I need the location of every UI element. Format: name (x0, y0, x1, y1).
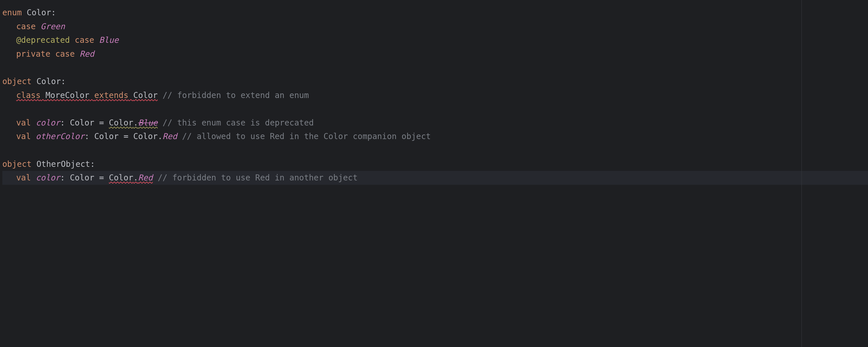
code-line[interactable]: case Green (2, 20, 868, 34)
colon: : (90, 159, 95, 169)
keyword-case: case (55, 49, 75, 59)
colon: : (51, 8, 56, 18)
code-line-blank[interactable] (2, 144, 868, 157)
type-name: Color (70, 118, 94, 128)
annotation-deprecated: @deprecated (16, 35, 70, 45)
colon: : (85, 132, 89, 141)
keyword-object: object (2, 76, 32, 86)
enum-member-error: Red (138, 173, 153, 183)
enum-case: Green (40, 22, 65, 31)
qualifier: Color (133, 132, 158, 141)
code-line[interactable]: object OtherObject: (2, 157, 868, 171)
code-line[interactable]: val color: Color = Color.Blue // this en… (2, 116, 868, 130)
type-name: Color (94, 132, 119, 141)
keyword-val: val (16, 118, 31, 128)
type-name: Color (27, 8, 51, 18)
code-line[interactable]: enum Color: (2, 6, 868, 20)
keyword-class: class (16, 91, 40, 100)
keyword-val: val (16, 132, 31, 141)
keyword-extends: extends (94, 91, 128, 100)
keyword-val: val (16, 173, 31, 183)
comment: // allowed to use Red in the Color compa… (182, 132, 431, 141)
keyword-enum: enum (2, 8, 22, 18)
comment: // forbidden to extend an enum (163, 91, 309, 100)
dot: . (158, 132, 163, 141)
keyword-case: case (16, 22, 36, 31)
enum-case: Blue (99, 35, 119, 45)
keyword-object: object (2, 159, 32, 169)
code-editor[interactable]: enum Color: case Green @deprecated case … (0, 0, 868, 347)
deprecated-member: Blue (138, 118, 157, 128)
code-line[interactable]: val otherColor: Color = Color.Red // all… (2, 130, 868, 144)
qualifier: Color (109, 118, 133, 128)
val-name: otherColor (36, 132, 85, 141)
keyword-private: private (16, 49, 50, 59)
code-line-current[interactable]: val color: Color = Color.Red // forbidde… (2, 171, 868, 185)
val-name: color (36, 173, 60, 183)
comment: // forbidden to use Red in another objec… (158, 173, 358, 183)
val-name: color (36, 118, 60, 128)
base-type: Color (133, 91, 158, 100)
code-line-blank[interactable] (2, 102, 868, 116)
dot: . (133, 118, 138, 128)
code-line[interactable]: object Color: (2, 74, 868, 89)
type-name: Color (70, 173, 94, 183)
comment: // this enum case is deprecated (163, 118, 314, 128)
code-line[interactable]: private case Red (2, 47, 868, 61)
code-line-blank[interactable] (2, 61, 868, 74)
colon: : (61, 76, 66, 86)
enum-member: Red (163, 132, 177, 141)
qualifier: Color (109, 173, 133, 183)
type-name: OtherObject (36, 159, 90, 169)
colon: : (60, 173, 65, 183)
equals: = (124, 132, 128, 141)
code-line[interactable]: class MoreColor extends Color // forbidd… (2, 89, 868, 102)
equals: = (99, 173, 104, 183)
type-name: Color (36, 76, 61, 86)
dot: . (133, 173, 138, 183)
keyword-case: case (75, 35, 94, 45)
equals: = (99, 118, 104, 128)
code-line[interactable]: @deprecated case Blue (2, 33, 868, 47)
enum-case: Red (80, 49, 94, 59)
colon: : (60, 118, 65, 128)
class-name: MoreColor (45, 91, 89, 100)
